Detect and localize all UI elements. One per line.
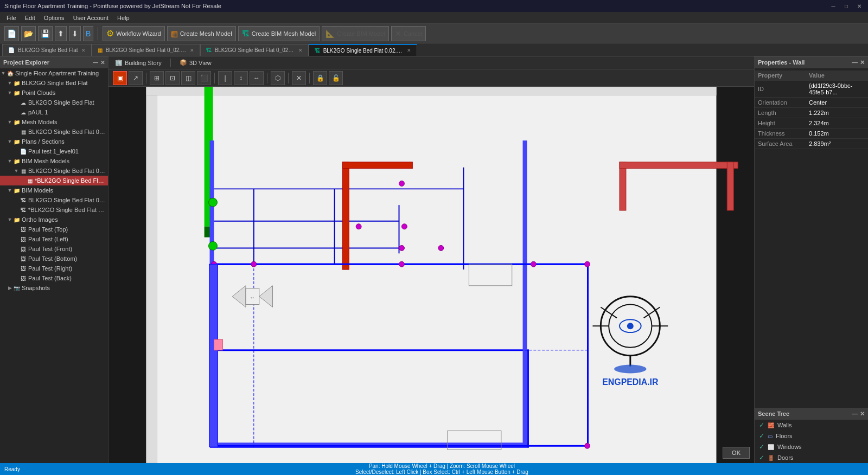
tab-0-close[interactable]: ✕	[81, 48, 86, 53]
tree-item-1[interactable]: ▼📁BLK2GO Single Bed Flat	[0, 78, 108, 88]
tree-item-5[interactable]: ▼📁Mesh Models	[0, 117, 108, 127]
explorer-close-button[interactable]: ✕	[100, 60, 105, 66]
tree-item-20[interactable]: 🖼Paul Test (Right)	[0, 264, 108, 273]
tab-1[interactable]: ▦ BLK2GO Single Bed Flat 0_02.0_005 18 0…	[92, 44, 200, 56]
upload-button[interactable]: ⬆	[55, 26, 67, 41]
tree-item-7[interactable]: ▼📁Plans / Sections	[0, 137, 108, 146]
tab-0[interactable]: 📄 BLK2GO Single Bed Flat ✕	[2, 44, 92, 56]
minimize-button[interactable]: ─	[829, 2, 838, 10]
create-bim-mesh-button[interactable]: 🏗 Create BIM Mesh Model	[238, 26, 320, 41]
tree-label-5: Mesh Models	[22, 119, 57, 125]
tree-item-21[interactable]: 🖼Paul Test (Back)	[0, 273, 108, 283]
vert-arrow-tool[interactable]: ↕	[234, 71, 248, 85]
tree-item-9[interactable]: ▼📁BIM Mesh Models	[0, 156, 108, 166]
maximize-button[interactable]: □	[842, 2, 851, 10]
download-button[interactable]: ⬇	[69, 26, 81, 41]
tree-item-3[interactable]: ☁BLK2GO Single Bed Flat	[0, 98, 108, 107]
tree-arrow-2: ▼	[7, 90, 13, 95]
props-value-0: {dd1f29c3-0bbc-45fe5-b7...	[806, 81, 868, 98]
arrow-tool[interactable]: ↗	[129, 71, 143, 85]
tree-arrow-7: ▼	[7, 139, 13, 144]
3d-view-tab[interactable]: 📦 3D View	[177, 58, 214, 67]
create-mesh-button[interactable]: ▦ Create Mesh Model	[167, 26, 236, 41]
tree-item-6[interactable]: ▦BLK2GO Single Bed Flat 0_02...	[0, 127, 108, 137]
svg-rect-7	[523, 140, 527, 447]
tree-item-19[interactable]: 🖼Paul Test (Bottom)	[0, 254, 108, 264]
canvas-area[interactable]: ↔	[108, 87, 754, 463]
delete-tool[interactable]: ✕	[292, 71, 306, 85]
tree-item-11[interactable]: ▦*BLK2GO Single Bed Flat ...	[0, 176, 108, 185]
props-collapse-button[interactable]: —	[852, 59, 858, 66]
box-tool[interactable]: ⊡	[165, 71, 180, 85]
menu-help[interactable]: Help	[113, 14, 134, 22]
tree-item-12[interactable]: ▼📁BIM Models	[0, 185, 108, 195]
fill-tool[interactable]: ⬛	[197, 71, 211, 85]
props-row-0: ID{dd1f29c3-0bbc-45fe5-b7...	[755, 81, 868, 98]
create-bim-mesh-label: Create BIM Mesh Model	[252, 30, 316, 37]
tree-item-22[interactable]: ▶📷Snapshots	[0, 283, 108, 293]
cancel-button: ✕ Cancel	[391, 26, 426, 41]
tree-item-2[interactable]: ▼📁Point Clouds	[0, 88, 108, 98]
scene-item-3[interactable]: ✓ 🚪 Doors	[755, 452, 868, 463]
svg-point-35	[438, 245, 444, 251]
tree-item-0[interactable]: ▼🏠Single Floor Apartment Training	[0, 68, 108, 78]
tree-item-14[interactable]: 🏗*BLK2GO Single Bed Flat 0...	[0, 205, 108, 215]
tree-item-15[interactable]: ▼📁Ortho Images	[0, 215, 108, 224]
scene-item-0[interactable]: ✓ 🧱 Walls	[755, 420, 868, 431]
close-button[interactable]: ✕	[855, 2, 864, 10]
tree-icon-2: 📁	[13, 90, 21, 96]
polygon-tool[interactable]: ⬡	[271, 71, 285, 85]
scene-item-1[interactable]: ✓ ▭ Floors	[755, 431, 868, 441]
scene-collapse-button[interactable]: —	[852, 410, 858, 418]
menu-edit[interactable]: Edit	[21, 14, 40, 22]
scene-label-2: Windows	[777, 444, 802, 450]
open-file-button[interactable]: 📂	[21, 26, 36, 41]
grid-tool[interactable]: ⊞	[150, 71, 164, 85]
props-row-3: Height2.324m	[755, 118, 868, 129]
save-file-button[interactable]: 💾	[38, 26, 53, 41]
new-file-button[interactable]: 📄	[4, 26, 19, 41]
window-controls: ─ □ ✕	[829, 2, 864, 10]
cancel-label: Cancel	[404, 30, 422, 37]
vertical-tool[interactable]: |	[218, 71, 232, 85]
tree-arrow-5: ▼	[7, 119, 13, 125]
tree-item-17[interactable]: 🖼Paul Test (Left)	[0, 234, 108, 244]
tab-3[interactable]: 🏗 BLK2GO Single Bed Flat 0.02.0.005 18 0…	[309, 44, 417, 56]
building-story-tab[interactable]: 🏢 Building Story	[113, 58, 164, 67]
tab-2-close[interactable]: ✕	[298, 48, 303, 53]
menu-options[interactable]: Options	[40, 14, 69, 22]
workflow-wizard-label: Workflow Wizard	[116, 30, 161, 37]
lock-open-tool[interactable]: 🔓	[329, 71, 343, 85]
tree-icon-20: 🖼	[20, 266, 27, 272]
explorer-collapse-button[interactable]: —	[93, 60, 98, 66]
scene-close-button[interactable]: ✕	[860, 410, 865, 418]
right-panel: Properties - Wall — ✕ Property Value ID{…	[754, 56, 868, 463]
tab-2[interactable]: 🏗 BLK2GO Single Bed Flat 0_02.0_005 18 0…	[200, 44, 309, 56]
tree-item-13[interactable]: 🏗BLK2GO Single Bed Flat 0.02...	[0, 195, 108, 205]
section-tool[interactable]: ◫	[181, 71, 195, 85]
props-close-button[interactable]: ✕	[860, 59, 865, 66]
tab-3-close[interactable]: ✕	[407, 48, 411, 53]
workflow-wizard-button[interactable]: ⚙ Workflow Wizard	[103, 26, 164, 41]
scene-tree-title: Scene Tree	[758, 410, 789, 417]
tree-item-8[interactable]: 📄Paul test 1_level01	[0, 146, 108, 156]
svg-point-28	[399, 261, 405, 267]
tree-arrow-15: ▼	[7, 217, 13, 222]
ok-button[interactable]: OK	[723, 447, 750, 459]
select-tool[interactable]: ▣	[113, 71, 127, 85]
svg-rect-17	[342, 162, 349, 269]
tree-item-10[interactable]: ▼▦BLK2GO Single Bed Flat 0.02...	[0, 166, 108, 176]
lock-closed-tool[interactable]: 🔒	[313, 71, 327, 85]
bold-button[interactable]: B	[83, 26, 93, 41]
tree-icon-21: 🖼	[20, 275, 27, 281]
tab-1-close[interactable]: ✕	[190, 48, 194, 53]
tree-item-16[interactable]: 🖼Paul Test (Top)	[0, 224, 108, 234]
tree-item-18[interactable]: 🖼Paul Test (Front)	[0, 244, 108, 254]
menu-user-account[interactable]: User Account	[69, 14, 113, 22]
tree-item-4[interactable]: ☁pAUL 1	[0, 107, 108, 117]
menu-file[interactable]: File	[2, 14, 21, 22]
horiz-arrow-tool[interactable]: ↔	[250, 71, 264, 85]
tab-0-label: BLK2GO Single Bed Flat	[18, 47, 78, 53]
tree-icon-4: ☁	[20, 110, 27, 115]
scene-item-2[interactable]: ✓ ⬜ Windows	[755, 441, 868, 452]
